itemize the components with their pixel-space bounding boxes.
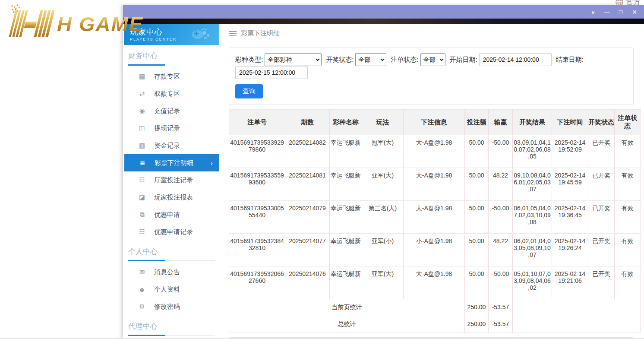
sidebar-item-label: 玩家投注报表	[154, 193, 193, 202]
globe-icon	[615, 0, 624, 6]
cell-period: 20250214076	[285, 266, 330, 299]
funds-record-icon: ▥	[138, 142, 146, 149]
cell-bet-time: 2025-02-14 19:21:06	[552, 266, 588, 299]
sidebar-item-存款专区[interactable]: ▤存款专区	[124, 68, 219, 85]
start-date-label: 开始日期:	[450, 56, 477, 64]
cell-win-loss: 48.22	[489, 234, 513, 266]
cell-bet-info: 大-A盘@1.98	[404, 266, 465, 299]
summary-label: 总统计	[229, 316, 465, 333]
withdraw-icon: ⇄	[138, 90, 146, 98]
top-right-links[interactable]: 官方	[615, 0, 641, 7]
cell-order-id: 401569173953300555440	[229, 201, 285, 234]
minimize-button[interactable]: —	[601, 7, 613, 17]
sidebar-item-优惠申请[interactable]: ⧉优惠申请	[124, 206, 219, 223]
lottery-detail-icon: ≣	[138, 159, 147, 167]
cell-draw-status: 已开奖	[588, 168, 615, 201]
table-row: 40156917395335599368020250214081幸运飞艇新亚军(…	[229, 168, 641, 201]
cell-amount: 50.00	[465, 201, 489, 234]
official-site-link[interactable]: 官方	[626, 0, 641, 7]
sidebar-item-label: 厅室投注记录	[154, 176, 193, 184]
app-window: ∨—□✕ 玩家中心 PLAYERS CENTER	[123, 5, 644, 339]
order-status-select[interactable]: 全部	[420, 53, 445, 66]
summary-empty	[513, 316, 641, 333]
draw-status-select[interactable]: 全部	[355, 53, 386, 66]
sidebar-item-个人资料[interactable]: ☻个人资料	[124, 281, 219, 298]
cell-draw-status: 已开奖	[588, 135, 615, 168]
sidebar-item-玩家投注报表[interactable]: ◪玩家投注报表	[124, 189, 219, 206]
sidebar-item-label: 消息公告	[154, 268, 180, 276]
column-header: 期数	[285, 110, 330, 135]
sidebar-item-优惠申请记录[interactable]: ☷优惠申请记录	[124, 223, 219, 241]
table-row: 40156917395323843281020250214077幸运飞艇新亚军(…	[229, 234, 641, 266]
cell-order-status: 有效	[615, 234, 641, 266]
sidebar-section-title: 个人中心	[128, 247, 215, 261]
sidebar-item-label: 提现记录	[154, 124, 180, 133]
cell-play: 亚军(大)	[362, 266, 404, 299]
sidebar-item-取款专区[interactable]: ⇄取款专区	[124, 85, 219, 102]
bet-detail-table: 注单号期数彩种名称玩法下注信息投注额输赢开奖结果下注时间开奖状态注单状态 401…	[229, 109, 641, 333]
cell-draw-result: 05,01,10,07,03,09,08,04,06,02	[513, 266, 552, 299]
sidebar-item-充值记录[interactable]: ◉充值记录	[124, 102, 219, 120]
sidebar-item-厅室投注记录[interactable]: ☷厅室投注记录	[124, 171, 219, 189]
summary-win-loss: -53.57	[489, 316, 513, 333]
cell-play: 亚军(小)	[362, 234, 404, 266]
lottery-type-select[interactable]: 全部彩种	[265, 53, 322, 66]
chevron-right-icon: ›	[211, 159, 213, 167]
lottery-type-label: 彩种类型:	[235, 56, 263, 64]
summary-row: 总统计250.00-53.57	[229, 316, 641, 333]
cell-draw-status: 已开奖	[588, 234, 615, 266]
search-button[interactable]: 查询	[235, 84, 263, 98]
breadcrumb: 彩票下注明细	[229, 24, 634, 43]
sidebar-item-消息公告[interactable]: ✉消息公告	[124, 263, 219, 281]
close-button[interactable]: ✕	[628, 7, 641, 17]
column-header: 开奖状态	[588, 110, 615, 135]
start-date-input[interactable]	[479, 53, 552, 66]
cell-draw-result: 06,01,05,04,07,02,03,10,09,08	[513, 201, 552, 234]
column-header: 开奖结果	[513, 110, 552, 135]
cell-lottery: 幸运飞艇新	[330, 135, 362, 168]
collapse-button[interactable]: ∨	[587, 7, 599, 17]
cell-draw-result: 06,02,01,04,03,05,08,09,10,07	[513, 234, 552, 266]
hall-bet-record-icon: ☷	[138, 176, 146, 184]
filter-panel: 彩种类型: 全部彩种 开奖状态: 全部 注单状态: 全部	[229, 48, 634, 105]
coupon-record-icon: ☷	[138, 228, 146, 236]
sidebar-item-label: 优惠申请记录	[154, 228, 193, 236]
sidebar-item-label: 取款专区	[154, 90, 180, 98]
cell-period: 20250214079	[285, 201, 330, 234]
sidebar-item-提现记录[interactable]: ◫提现记录	[124, 120, 219, 137]
sidebar-item-label: 存款专区	[154, 73, 180, 81]
draw-status-label: 开奖状态:	[326, 56, 354, 64]
column-header: 玩法	[362, 110, 404, 135]
column-header: 下注信息	[404, 110, 465, 135]
end-date-label: 结束日期:	[556, 56, 584, 64]
cell-amount: 50.00	[465, 234, 489, 266]
maximize-button[interactable]: □	[615, 7, 627, 17]
sidebar-item-资金记录[interactable]: ▥资金记录	[124, 137, 219, 154]
cell-draw-result: 09,10,08,04,06,01,02,05,03,07	[513, 168, 552, 201]
cell-win-loss: 48.22	[489, 168, 513, 201]
cell-order-status: 有效	[615, 168, 641, 201]
summary-label: 当前页统计	[229, 299, 465, 316]
cell-bet-info: 大-A盘@1.98	[404, 135, 465, 168]
gamepad-icon	[188, 28, 213, 43]
order-status-label: 注单状态:	[391, 56, 418, 64]
sidebar-section-title: 代理中心	[128, 321, 215, 336]
summary-empty	[513, 299, 641, 316]
cell-bet-info: 大-A盘@1.98	[404, 201, 465, 234]
cell-lottery: 幸运飞艇新	[330, 168, 362, 201]
menu-toggle-icon[interactable]	[229, 31, 237, 36]
table-row: 40156917395320662766020250214076幸运飞艇新亚军(…	[229, 266, 641, 299]
cell-amount: 50.00	[465, 266, 489, 299]
cell-bet-time: 2025-02-14 19:26:24	[552, 234, 588, 266]
sidebar-item-label: 优惠申请	[154, 211, 180, 219]
column-header: 注单号	[229, 110, 285, 135]
sidebar-item-彩票下注明细[interactable]: ≣彩票下注明细›	[124, 154, 219, 171]
end-date-input[interactable]	[235, 66, 308, 79]
deposit-card-icon: ▤	[138, 73, 146, 80]
summary-amount: 250.00	[465, 316, 489, 333]
sidebar-item-label: 彩票下注明细	[155, 159, 193, 167]
cell-win-loss: -50.00	[489, 201, 513, 234]
scrollbar-track[interactable]	[642, 83, 642, 338]
sidebar-item-修改密码[interactable]: ⚙修改密码	[124, 298, 219, 315]
summary-win-loss: -53.57	[489, 299, 513, 316]
